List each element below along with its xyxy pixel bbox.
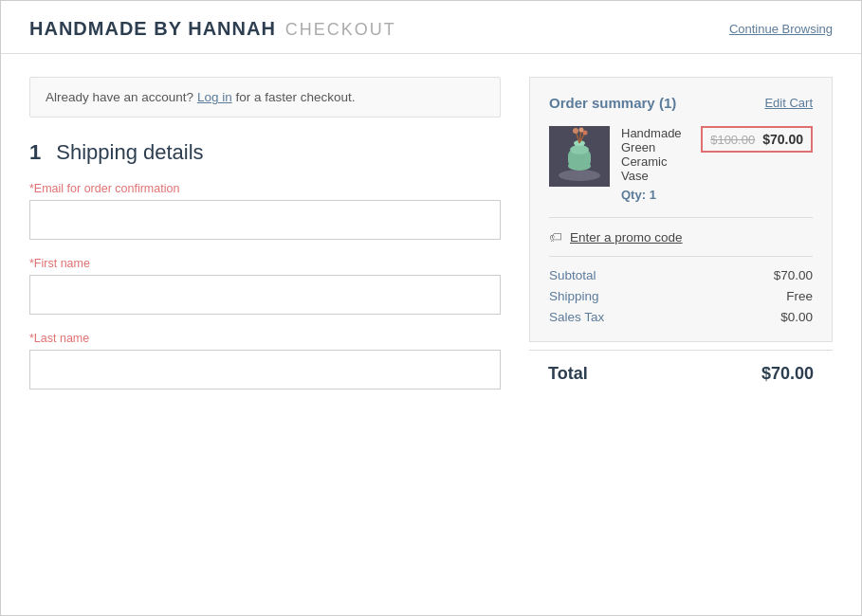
checkout-label: CHECKOUT (285, 20, 396, 40)
brand-name: HANDMADE BY HANNAH (29, 18, 276, 40)
shipping-value: Free (786, 289, 813, 303)
first-name-label: *First name (29, 257, 501, 270)
svg-point-11 (579, 128, 584, 133)
order-item: Handmade Green Ceramic Vase Qty: 1 $100.… (549, 126, 813, 218)
item-qty: Qty: 1 (621, 188, 689, 202)
promo-icon: 🏷 (549, 229, 562, 245)
first-name-form-group: *First name (29, 257, 501, 315)
main-content: Already have an account? Log in for a fa… (1, 54, 861, 615)
promo-section: 🏷 Enter a promo code (549, 218, 813, 257)
section-title-text: Shipping details (56, 140, 203, 165)
svg-point-10 (573, 128, 578, 134)
account-notice-text-before: Already have an account? (46, 90, 193, 104)
price-box: $100.00 $70.00 (701, 126, 813, 153)
tax-row: Sales Tax $0.00 (549, 310, 813, 324)
order-summary-header: Order summary (1) Edit Cart (549, 95, 813, 111)
svg-point-12 (583, 131, 588, 136)
original-price: $100.00 (710, 133, 755, 147)
last-name-label: *Last name (29, 332, 501, 345)
brand-section: HANDMADE BY HANNAH CHECKOUT (29, 18, 396, 40)
total-value: $70.00 (761, 364, 814, 384)
item-name: Handmade Green Ceramic Vase (621, 126, 689, 183)
subtotal-value: $70.00 (774, 268, 813, 282)
qty-value: 1 (650, 188, 656, 202)
tax-value: $0.00 (780, 310, 813, 324)
shipping-section-title: 1 Shipping details (29, 140, 501, 165)
item-details: Handmade Green Ceramic Vase Qty: 1 (621, 126, 689, 202)
shipping-label: Shipping (549, 289, 599, 303)
email-input[interactable] (29, 200, 501, 240)
last-name-form-group: *Last name (29, 332, 501, 390)
sale-price: $70.00 (762, 132, 803, 147)
item-price: $100.00 $70.00 (701, 126, 813, 153)
last-name-input[interactable] (29, 350, 501, 390)
email-label: *Email for order confirmation (29, 182, 501, 195)
shipping-row: Shipping Free (549, 289, 813, 303)
login-link[interactable]: Log in (197, 90, 232, 104)
order-summary-panel: Order summary (1) Edit Cart (529, 77, 833, 342)
order-summary-title: Order summary (1) (549, 95, 676, 111)
section-number: 1 (29, 140, 41, 165)
totals-section: Subtotal $70.00 Shipping Free Sales Tax … (549, 257, 813, 324)
svg-point-1 (559, 170, 600, 181)
continue-browsing-link[interactable]: Continue Browsing (729, 22, 833, 36)
first-name-input[interactable] (29, 275, 501, 315)
total-final-row: Total $70.00 (529, 350, 833, 397)
page-header: HANDMADE BY HANNAH CHECKOUT Continue Bro… (1, 1, 861, 54)
qty-label: Qty: (621, 188, 646, 202)
account-notice-text-after: for a faster checkout. (235, 90, 355, 104)
tax-label: Sales Tax (549, 310, 604, 324)
email-form-group: *Email for order confirmation (29, 182, 501, 240)
promo-link[interactable]: Enter a promo code (570, 230, 683, 245)
subtotal-row: Subtotal $70.00 (549, 268, 813, 282)
left-column: Already have an account? Log in for a fa… (29, 77, 501, 592)
account-notice-banner: Already have an account? Log in for a fa… (29, 77, 501, 118)
total-label: Total (548, 364, 588, 384)
subtotal-label: Subtotal (549, 268, 596, 282)
product-image (549, 126, 610, 187)
right-column: Order summary (1) Edit Cart (529, 77, 833, 592)
edit-cart-link[interactable]: Edit Cart (764, 96, 813, 110)
